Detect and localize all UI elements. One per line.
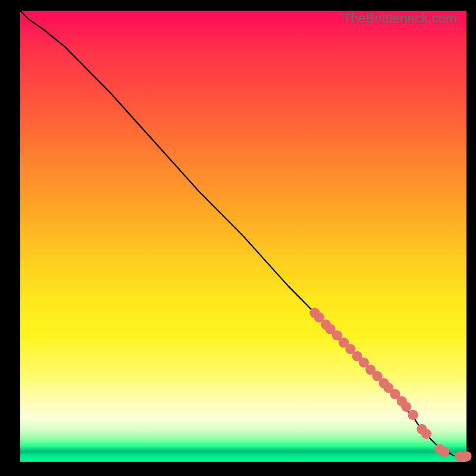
highlight-dots-group <box>309 308 471 461</box>
plot-area: TheBottleneck.com <box>20 11 466 462</box>
highlight-dot <box>401 402 411 412</box>
highlight-dot <box>421 428 431 439</box>
highlight-dot <box>461 451 471 461</box>
chart-frame: TheBottleneck.com <box>0 0 476 476</box>
highlight-dot <box>439 447 449 457</box>
highlight-dot <box>408 410 418 420</box>
bottleneck-curve <box>20 11 466 456</box>
curve-overlay <box>20 11 466 462</box>
